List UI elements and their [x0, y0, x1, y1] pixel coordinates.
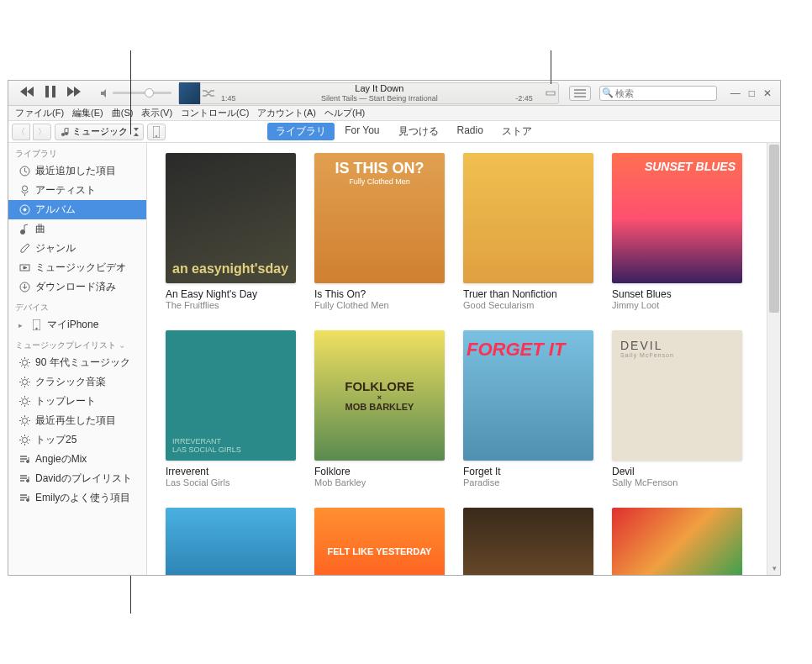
player-bar: Lay It Down Silent Tails — Start Being I…	[8, 81, 780, 106]
sidebar-item-albums[interactable]: アルバム	[8, 200, 146, 219]
album-artist: The Fruitflies	[166, 300, 296, 310]
album-artwork[interactable]	[612, 508, 742, 575]
scroll-down-arrow[interactable]: ▾	[767, 561, 780, 575]
vertical-scrollbar[interactable]: ▴ ▾	[767, 143, 780, 575]
window-controls: — □ ✕	[722, 87, 780, 99]
album-artwork[interactable]	[463, 508, 593, 575]
album-title: Devil	[612, 466, 742, 477]
album-item[interactable]: Truer than Nonfiction Good Secularism	[463, 153, 593, 310]
tab-library[interactable]: ライブラリ	[267, 123, 335, 140]
tab-store[interactable]: ストア	[493, 123, 540, 140]
sidebar-playlist-90s[interactable]: 90 年代ミュージック	[8, 353, 146, 372]
album-artwork[interactable]: FOLKLORE×MOB BARKLEY	[314, 330, 445, 461]
menu-account[interactable]: アカウント(A)	[254, 107, 319, 119]
sidebar-item-genres[interactable]: ジャンル	[8, 239, 146, 258]
now-playing-artwork[interactable]	[179, 82, 201, 104]
sidebar-item-recently-added[interactable]: 最近追加した項目	[8, 161, 146, 181]
sidebar-item-artists[interactable]: アーティスト	[8, 181, 146, 200]
shuffle-button[interactable]	[201, 89, 216, 97]
album-item[interactable]: FOLKLORE×MOB BARKLEY Folklore Mob Barkle…	[314, 330, 445, 487]
sidebar-playlist-emily[interactable]: Emilyのよく使う項目	[8, 488, 146, 508]
menu-file[interactable]: ファイル(F)	[12, 107, 67, 119]
volume-icon	[101, 89, 109, 97]
media-type-label: ミュージック	[72, 125, 128, 138]
minimize-button[interactable]: —	[730, 87, 741, 99]
album-artwork[interactable]: SUNSET BLUES	[612, 153, 742, 283]
album-item[interactable]	[463, 508, 593, 575]
menu-help[interactable]: ヘルプ(H)	[321, 107, 368, 119]
album-artist: Paradise	[463, 477, 593, 487]
svg-point-16	[22, 380, 27, 385]
gear-icon	[18, 415, 30, 427]
gear-icon	[18, 435, 30, 446]
sidebar-item-downloaded[interactable]: ダウンロード済み	[8, 277, 146, 297]
album-artwork[interactable]	[166, 508, 296, 575]
album-icon	[18, 204, 30, 216]
sidebar-playlist-top-rated[interactable]: トップレート	[8, 392, 146, 411]
album-artwork[interactable]: IS THIS ON?Fully Clothed Men	[314, 153, 445, 283]
sidebar-item-device-iphone[interactable]: ▸マイiPhone	[8, 315, 146, 335]
album-artist: Good Secularism	[463, 300, 593, 310]
album-artwork[interactable]: FORGET IT	[463, 330, 593, 461]
tab-browse[interactable]: 見つける	[390, 123, 447, 140]
gear-icon	[18, 377, 30, 388]
album-title: An Easy Night's Day	[166, 288, 296, 300]
album-artwork[interactable]: IRREVERANTLAS SOCIAL GIRLS	[166, 330, 296, 461]
album-item[interactable]: FELT LIKE YESTERDAY	[314, 508, 445, 575]
album-artwork[interactable]: an easynight'sday	[166, 153, 296, 283]
repeat-button[interactable]	[543, 89, 558, 97]
tab-for-you[interactable]: For You	[336, 123, 388, 140]
sidebar-playlist-recently-played[interactable]: 最近再生した項目	[8, 411, 146, 430]
disclosure-icon[interactable]: ▸	[18, 321, 25, 329]
svg-point-9	[24, 208, 26, 211]
album-item[interactable]: IS THIS ON?Fully Clothed Men Is This On?…	[314, 153, 445, 310]
playlist-icon	[18, 454, 30, 466]
album-artist: Las Social Girls	[166, 477, 296, 487]
svg-point-3	[65, 132, 68, 135]
volume-slider[interactable]	[101, 89, 171, 97]
menu-edit[interactable]: 編集(E)	[69, 107, 107, 119]
sidebar-item-songs[interactable]: 曲	[8, 219, 146, 239]
album-item[interactable]: an easynight'sday An Easy Night's Day Th…	[166, 153, 296, 310]
album-item[interactable]: SUNSET BLUES Sunset Blues Jimmy Loot	[612, 153, 742, 310]
back-button[interactable]: 〈	[12, 124, 30, 140]
menu-view[interactable]: 表示(V)	[138, 107, 176, 119]
album-item[interactable]	[612, 508, 742, 575]
scrollbar-thumb[interactable]	[769, 145, 779, 313]
phone-icon	[30, 319, 42, 331]
svg-point-18	[22, 419, 27, 424]
album-artwork[interactable]: FELT LIKE YESTERDAY	[314, 508, 445, 575]
up-next-button[interactable]	[569, 86, 591, 101]
album-artist: Fully Clothed Men	[314, 300, 445, 310]
mic-icon	[18, 185, 30, 197]
maximize-button[interactable]: □	[749, 87, 755, 99]
previous-button[interactable]	[20, 87, 34, 99]
pause-button[interactable]	[45, 86, 55, 100]
album-artist: Sally McFenson	[612, 477, 742, 487]
device-button[interactable]	[147, 124, 166, 140]
album-item[interactable]: FORGET IT Forget It Paradise	[463, 330, 593, 487]
chevron-down-icon[interactable]: ⌄	[119, 340, 125, 350]
close-button[interactable]: ✕	[763, 87, 772, 99]
video-icon	[18, 262, 30, 274]
sidebar-playlist-angie[interactable]: AngieのMix	[8, 450, 146, 469]
playlist-icon	[18, 493, 30, 504]
next-button[interactable]	[67, 87, 81, 99]
sidebar-playlist-classical[interactable]: クラシック音楽	[8, 372, 146, 392]
phone-icon	[153, 126, 160, 138]
tab-radio[interactable]: Radio	[449, 123, 492, 140]
search-input[interactable]	[599, 86, 717, 101]
album-item[interactable]	[166, 508, 296, 575]
album-item[interactable]: DEVILSally McFenson Devil Sally McFenson	[612, 330, 742, 487]
menu-controls[interactable]: コントロール(C)	[177, 107, 252, 119]
sidebar-item-music-videos[interactable]: ミュージックビデオ	[8, 258, 146, 277]
sidebar-playlist-david[interactable]: Davidのプレイリスト	[8, 469, 146, 488]
album-item[interactable]: IRREVERANTLAS SOCIAL GIRLS Irreverent La…	[166, 330, 296, 487]
sidebar-playlist-top25[interactable]: トップ25	[8, 430, 146, 450]
guitar-icon	[18, 243, 30, 255]
menu-song[interactable]: 曲(S)	[108, 107, 137, 119]
forward-button[interactable]: 〉	[33, 124, 51, 140]
album-title: Folklore	[314, 466, 445, 477]
album-artwork[interactable]	[463, 153, 593, 283]
album-artwork[interactable]: DEVILSally McFenson	[612, 330, 742, 461]
